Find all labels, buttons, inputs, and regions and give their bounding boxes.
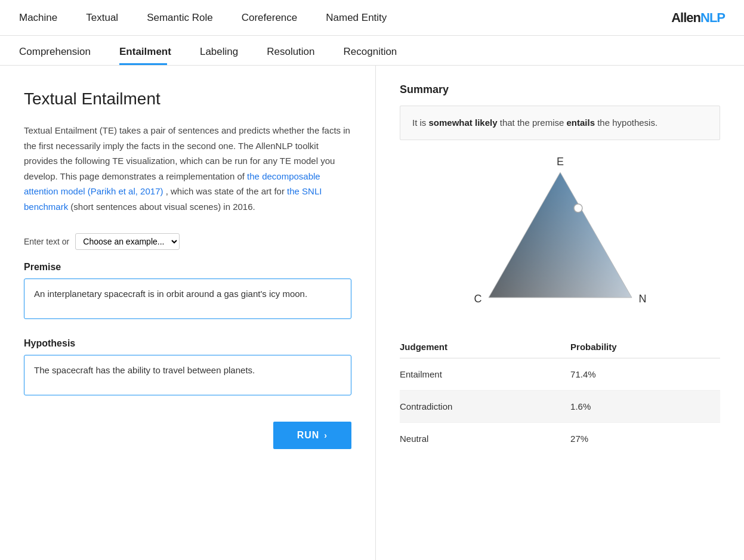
judgement-cell: Neutral	[400, 423, 570, 455]
nav-item-machine[interactable]: Machine	[19, 12, 86, 24]
triangle-svg: E C N	[471, 154, 650, 321]
run-button-label: RUN	[297, 430, 320, 441]
summary-box: It is somewhat likely that the premise e…	[400, 106, 720, 140]
premise-input[interactable]: An interplanetary spacecraft is in orbit…	[24, 279, 351, 319]
logo[interactable]: AllenNLP	[671, 10, 725, 26]
label-e: E	[556, 156, 563, 168]
nav-item-coreference[interactable]: Coreference	[242, 12, 326, 24]
col-probability: Probability	[570, 336, 720, 358]
summary-entails: entails	[566, 117, 595, 128]
probability-cell: 27%	[570, 423, 720, 455]
nav-item-labeling[interactable]: Labeling	[200, 46, 267, 65]
run-button[interactable]: RUN ›	[273, 422, 351, 449]
summary-title: Summary	[400, 83, 720, 96]
hypothesis-section: Hypothesis The spacecraft has the abilit…	[24, 338, 351, 398]
summary-suffix: the hypothesis.	[595, 117, 657, 128]
nav-item-named-entity[interactable]: Named Entity	[326, 12, 415, 24]
summary-likely: somewhat likely	[429, 117, 498, 128]
table-row: Neutral 27%	[400, 423, 720, 455]
label-n: N	[638, 293, 646, 305]
example-select[interactable]: Choose an example...	[75, 233, 180, 250]
enter-text-row: Enter text or Choose an example...	[24, 233, 351, 250]
left-panel: Textual Entailment Textual Entailment (T…	[0, 66, 376, 560]
nav-item-entailment[interactable]: Entailment	[119, 46, 200, 65]
label-c: C	[474, 293, 481, 305]
results-table: Judgement Probability Entailment 71.4% C…	[400, 336, 720, 454]
triangle-chart: E C N	[400, 154, 720, 321]
probability-cell: 71.4%	[570, 358, 720, 391]
nav-item-semantic-role[interactable]: Semantic Role	[147, 12, 242, 24]
premise-label: Premise	[24, 262, 351, 273]
nav-item-textual[interactable]: Textual	[86, 12, 147, 24]
hypothesis-input[interactable]: The spacecraft has the ability to travel…	[24, 355, 351, 395]
run-arrow-icon: ›	[324, 431, 328, 440]
triangle-fill-overlay	[489, 172, 632, 298]
page-title: Textual Entailment	[24, 89, 351, 109]
nav-item-recognition[interactable]: Recognition	[344, 46, 426, 65]
description-text-3: (short sentences about visual scenes) in…	[68, 202, 255, 212]
judgement-cell: Contradiction	[400, 391, 570, 423]
nav-item-resolution[interactable]: Resolution	[267, 46, 343, 65]
table-row: Contradiction 1.6%	[400, 391, 720, 423]
nav-top-items: Machine Textual Semantic Role Coreferenc…	[19, 12, 671, 24]
result-dot	[574, 204, 582, 212]
nav-item-comprehension[interactable]: Comprehension	[19, 46, 119, 65]
summary-mid: that the premise	[498, 117, 567, 128]
description-text-2: , which was state of the art for	[163, 186, 287, 196]
run-btn-container: RUN ›	[24, 422, 351, 449]
summary-prefix: It is	[412, 117, 429, 128]
description: Textual Entailment (TE) takes a pair of …	[24, 123, 351, 214]
nav-top: Machine Textual Semantic Role Coreferenc…	[0, 0, 744, 36]
probability-cell: 1.6%	[570, 391, 720, 423]
table-row: Entailment 71.4%	[400, 358, 720, 391]
hypothesis-label: Hypothesis	[24, 338, 351, 349]
main-layout: Textual Entailment Textual Entailment (T…	[0, 66, 744, 560]
col-judgement: Judgement	[400, 336, 570, 358]
right-panel: Summary It is somewhat likely that the p…	[376, 66, 744, 560]
premise-section: Premise An interplanetary spacecraft is …	[24, 262, 351, 321]
judgement-cell: Entailment	[400, 358, 570, 391]
enter-text-label: Enter text or	[24, 237, 69, 246]
nav-bottom: Comprehension Entailment Labeling Resolu…	[0, 36, 744, 66]
